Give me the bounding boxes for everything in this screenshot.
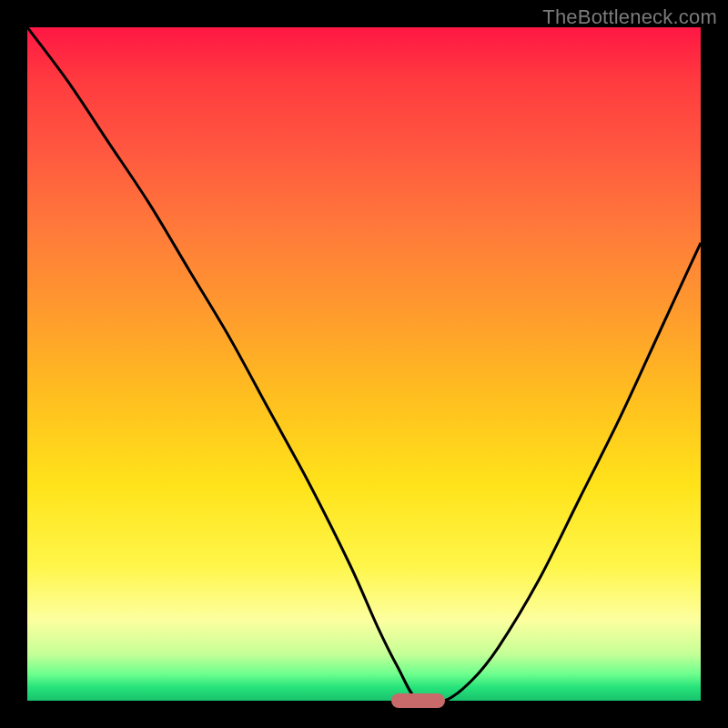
curve-path (27, 27, 701, 701)
plot-area (27, 27, 701, 701)
optimal-marker (391, 693, 445, 708)
bottleneck-curve (27, 27, 701, 701)
watermark-text: TheBottleneck.com (542, 5, 717, 29)
chart-frame: TheBottleneck.com (0, 0, 728, 728)
